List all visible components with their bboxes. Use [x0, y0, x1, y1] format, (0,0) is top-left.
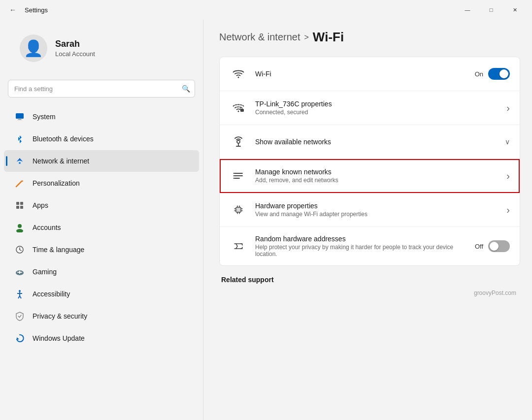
system-icon — [14, 111, 26, 123]
row-icon-available-networks — [230, 133, 247, 151]
user-name: Sarah — [55, 39, 95, 49]
watermark: groovyPost.com — [219, 290, 520, 296]
svg-line-26 — [20, 296, 21, 298]
settings-card: Wi-FiOnTP-Link_736C propertiesConnected,… — [219, 57, 520, 266]
accounts-icon — [14, 222, 26, 233]
main-content: Network & internet > Wi-Fi Wi-FiOnTP-Lin… — [203, 20, 532, 420]
sidebar-item-label-apps: Apps — [33, 201, 48, 209]
close-button[interactable]: ✕ — [503, 2, 526, 18]
svg-rect-10 — [16, 206, 19, 209]
row-icon-random-hardware — [230, 237, 247, 255]
settings-row-tp-link[interactable]: TP-Link_736C propertiesConnected, secure… — [220, 91, 520, 125]
row-icon-tp-link — [230, 99, 247, 117]
breadcrumb-parent: Network & internet — [219, 32, 300, 43]
sidebar-item-label-gaming: Gaming — [33, 268, 57, 276]
bluetooth-icon — [14, 133, 26, 145]
row-title-hardware-properties: Hardware properties — [255, 202, 506, 210]
row-subtitle-random-hardware: Help protect your privacy by making it h… — [255, 244, 475, 258]
svg-rect-11 — [20, 206, 23, 209]
row-title-manage-known: Manage known networks — [255, 168, 506, 176]
user-icon: 👤 — [24, 39, 43, 58]
sidebar-item-apps[interactable]: Apps — [4, 194, 199, 216]
svg-rect-2 — [17, 120, 22, 120]
row-subtitle-hardware-properties: View and manage Wi-Fi adapter properties — [255, 211, 506, 218]
chevron-right-icon-manage-known: › — [506, 170, 510, 182]
gaming-icon — [14, 266, 26, 278]
svg-point-20 — [21, 272, 22, 273]
row-action-wifi-toggle: On — [475, 68, 510, 80]
network-icon — [14, 155, 26, 167]
sidebar-item-privacy[interactable]: Privacy & security — [4, 305, 199, 327]
svg-line-16 — [20, 250, 21, 251]
toggle-wifi-toggle[interactable] — [488, 68, 510, 80]
privacy-icon — [14, 310, 26, 322]
toggle-thumb-random-hardware — [490, 242, 499, 251]
sidebar-item-time[interactable]: Time & language — [4, 239, 199, 260]
svg-point-37 — [233, 173, 234, 174]
svg-point-29 — [238, 111, 239, 112]
breadcrumb-separator: > — [304, 33, 309, 42]
time-icon — [14, 244, 26, 256]
settings-row-random-hardware[interactable]: Random hardware addressesHelp protect yo… — [220, 227, 520, 265]
minimize-button[interactable]: — — [456, 2, 479, 18]
sidebar-item-system[interactable]: System — [4, 106, 199, 128]
row-action-hardware-properties: › — [506, 204, 510, 216]
sidebar-item-label-system: System — [33, 113, 56, 121]
svg-marker-3 — [17, 158, 23, 162]
sidebar: 👤 Sarah Local Account 🔍 SystemBluetooth … — [0, 20, 203, 420]
app-title: Settings — [25, 6, 48, 14]
sidebar-item-network[interactable]: Network & internet — [4, 150, 199, 172]
maximize-button[interactable]: □ — [480, 2, 502, 18]
row-text-tp-link: TP-Link_736C propertiesConnected, secure… — [255, 100, 506, 116]
sidebar-item-personalization[interactable]: Personalization — [4, 172, 199, 194]
svg-rect-8 — [16, 202, 19, 205]
toggle-random-hardware[interactable] — [488, 240, 510, 252]
settings-row-hardware-properties[interactable]: Hardware propertiesView and manage Wi-Fi… — [220, 193, 520, 227]
svg-marker-27 — [17, 337, 19, 340]
search-container: 🔍 — [8, 80, 195, 97]
sidebar-item-label-network: Network & internet — [33, 157, 89, 165]
search-input[interactable] — [8, 80, 195, 97]
row-text-hardware-properties: Hardware propertiesView and manage Wi-Fi… — [255, 202, 506, 218]
settings-row-manage-known[interactable]: Manage known networksAdd, remove, and ed… — [220, 159, 520, 193]
chevron-right-icon-tp-link: › — [506, 102, 510, 114]
apps-icon — [14, 199, 26, 211]
row-subtitle-manage-known: Add, remove, and edit networks — [255, 177, 506, 184]
sidebar-item-bluetooth[interactable]: Bluetooth & devices — [4, 128, 199, 150]
svg-rect-19 — [19, 271, 20, 274]
back-arrow-icon: ← — [9, 6, 16, 14]
sidebar-item-label-personalization: Personalization — [33, 179, 80, 187]
row-action-manage-known: › — [506, 170, 510, 182]
back-button[interactable]: ← — [6, 3, 20, 17]
user-info: Sarah Local Account — [55, 39, 95, 58]
row-action-tp-link: › — [506, 102, 510, 114]
svg-point-5 — [19, 162, 21, 164]
search-icon: 🔍 — [182, 85, 190, 93]
svg-point-12 — [18, 224, 22, 228]
sidebar-item-accessibility[interactable]: Accessibility — [4, 283, 199, 305]
user-profile[interactable]: 👤 Sarah Local Account — [8, 25, 195, 72]
svg-line-6 — [16, 181, 22, 187]
sidebar-item-gaming[interactable]: Gaming — [4, 261, 199, 283]
sidebar-item-label-time: Time & language — [33, 246, 84, 254]
sidebar-item-update[interactable]: Windows Update — [4, 327, 199, 349]
row-action-random-hardware: Off — [475, 240, 510, 252]
settings-row-available-networks[interactable]: Show available networks∨ — [220, 125, 520, 159]
svg-point-13 — [16, 229, 23, 232]
row-icon-manage-known — [230, 167, 247, 185]
title-bar-left: ← Settings — [6, 3, 48, 17]
toggle-label-random-hardware: Off — [475, 243, 483, 250]
update-icon — [14, 332, 26, 344]
accessibility-icon — [14, 288, 26, 300]
user-type: Local Account — [55, 50, 95, 58]
settings-row-wifi-toggle[interactable]: Wi-FiOn — [220, 57, 520, 91]
breadcrumb: Network & internet > Wi-Fi — [219, 30, 520, 45]
sidebar-nav: SystemBluetooth & devicesNetwork & inter… — [0, 105, 203, 350]
row-text-random-hardware: Random hardware addressesHelp protect yo… — [255, 235, 475, 258]
row-text-wifi-toggle: Wi-Fi — [255, 70, 475, 78]
sidebar-item-label-bluetooth: Bluetooth & devices — [33, 135, 94, 143]
row-title-random-hardware: Random hardware addresses — [255, 235, 475, 243]
svg-rect-41 — [237, 208, 240, 211]
title-bar: ← Settings — □ ✕ — [0, 0, 532, 20]
sidebar-item-accounts[interactable]: Accounts — [4, 217, 199, 238]
